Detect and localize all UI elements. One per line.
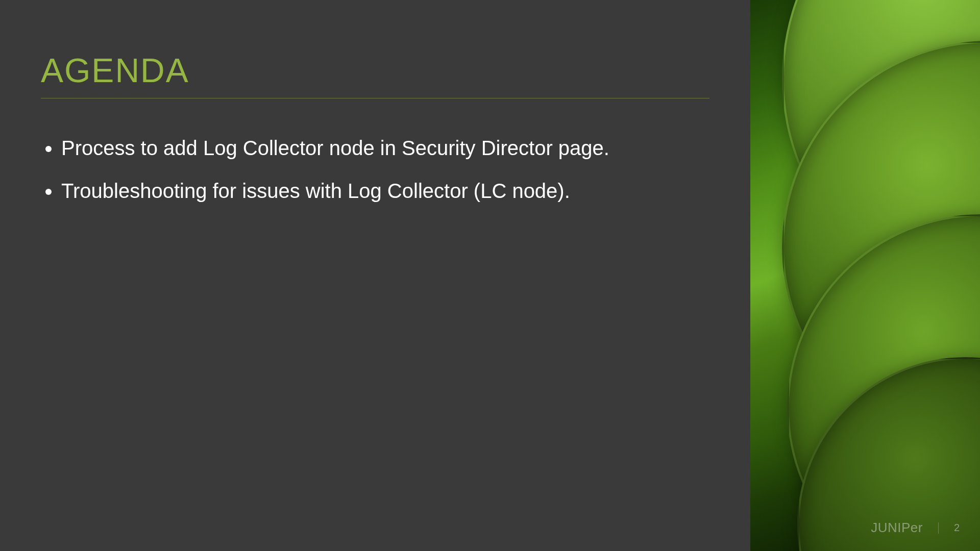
juniper-logo: JUNIPer (871, 520, 923, 536)
content-column: AGENDA Process to add Log Collector node… (0, 0, 750, 551)
slide-title: AGENDA (41, 51, 709, 98)
bullet-item: Process to add Log Collector node in Sec… (61, 134, 709, 162)
decorative-image: JUNIPer 2 (750, 0, 980, 551)
slide: AGENDA Process to add Log Collector node… (0, 0, 980, 551)
page-number: 2 (954, 522, 960, 534)
footer-divider (938, 522, 939, 534)
logo-text: JUNIPer (871, 520, 923, 536)
slide-footer: JUNIPer 2 (750, 520, 960, 536)
bullet-list: Process to add Log Collector node in Sec… (41, 134, 709, 205)
bullet-item: Troubleshooting for issues with Log Coll… (61, 177, 709, 205)
